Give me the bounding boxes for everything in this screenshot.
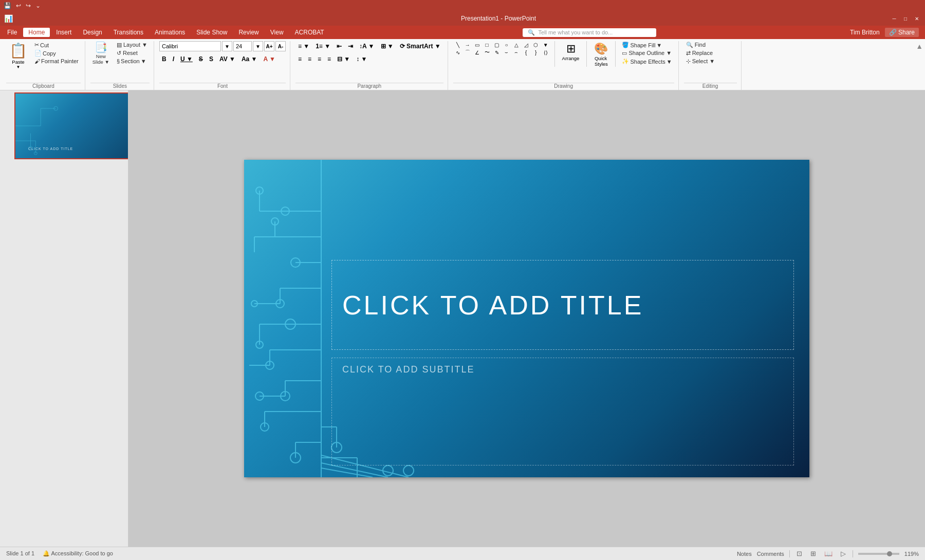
- shape-more[interactable]: ▼: [541, 41, 550, 48]
- justify-button[interactable]: ≡: [325, 54, 334, 64]
- arrange-button[interactable]: ⊞ Arrange: [559, 41, 583, 62]
- title-text: CLICK TO ADD TITLE: [342, 290, 643, 321]
- menu-design[interactable]: Design: [78, 28, 107, 37]
- menu-slideshow[interactable]: Slide Show: [191, 28, 232, 37]
- title-placeholder[interactable]: CLICK TO ADD TITLE: [331, 260, 794, 350]
- new-slide-button[interactable]: 📑 NewSlide ▼: [90, 41, 112, 66]
- menu-transitions[interactable]: Transitions: [108, 28, 149, 37]
- menu-insert[interactable]: Insert: [51, 28, 77, 37]
- shape-round-rect[interactable]: ▢: [492, 41, 502, 48]
- reading-view-button[interactable]: 📖: [823, 549, 834, 558]
- font-size-dropdown[interactable]: ▼: [253, 41, 263, 51]
- numbering-button[interactable]: 1≡ ▼: [313, 41, 333, 51]
- menu-acrobat[interactable]: ACROBAT: [290, 28, 329, 37]
- subtitle-text: CLICK TO ADD SUBTITLE: [342, 364, 474, 375]
- minimize-button[interactable]: ─: [890, 14, 898, 23]
- font-name-dropdown[interactable]: ▼: [222, 41, 232, 51]
- char-spacing-button[interactable]: AV ▼: [217, 54, 238, 64]
- menu-animations[interactable]: Animations: [150, 28, 190, 37]
- menu-file[interactable]: File: [2, 28, 22, 37]
- italic-button[interactable]: I: [170, 54, 177, 64]
- cut-button[interactable]: ✂Cut: [32, 41, 81, 49]
- shape-s3[interactable]: {: [522, 49, 531, 56]
- quick-styles-button[interactable]: 🎨 QuickStyles: [591, 41, 611, 68]
- section-button[interactable]: § Section ▼: [115, 58, 150, 65]
- redo-button[interactable]: ↪: [24, 2, 32, 9]
- shape-rtriangle[interactable]: ◿: [522, 41, 531, 48]
- font-name-input[interactable]: [159, 41, 221, 51]
- align-center-button[interactable]: ≡: [305, 54, 314, 64]
- align-text-button[interactable]: ⊞ ▼: [378, 41, 396, 51]
- comments-button[interactable]: Comments: [757, 551, 784, 557]
- shape-rect2[interactable]: □: [483, 41, 492, 48]
- paste-button[interactable]: 📋 Paste ▼: [6, 41, 30, 70]
- menu-home[interactable]: Home: [23, 28, 50, 37]
- slideshow-button[interactable]: ▷: [839, 549, 847, 558]
- collapse-ribbon-button[interactable]: ▲: [916, 42, 923, 50]
- bold-button[interactable]: B: [159, 54, 169, 64]
- ribbon-group-clipboard: 📋 Paste ▼ ✂Cut 📄Copy 🖌Format Painter Cli…: [2, 41, 85, 90]
- copy-button[interactable]: 📄Copy: [32, 49, 81, 57]
- align-left-button[interactable]: ≡: [295, 54, 304, 64]
- search-bar[interactable]: Tell me what you want to do...: [538, 29, 613, 35]
- customize-qat-button[interactable]: ⌄: [34, 2, 42, 9]
- layout-button[interactable]: ▤ Layout ▼: [115, 41, 150, 49]
- smartart-button[interactable]: ⟳ SmartArt ▼: [397, 41, 443, 51]
- undo-button[interactable]: ↩: [14, 2, 23, 9]
- accessibility-check: 🔔 Accessibility: Good to go: [43, 550, 113, 557]
- bullets-button[interactable]: ≡ ▼: [295, 41, 312, 51]
- zoom-slider[interactable]: [858, 553, 899, 555]
- shape-s1[interactable]: ⌣: [502, 49, 511, 56]
- maximize-button[interactable]: □: [901, 14, 910, 23]
- align-right-button[interactable]: ≡: [315, 54, 324, 64]
- save-button[interactable]: 💾: [2, 2, 13, 9]
- shape-line[interactable]: ╲: [453, 41, 462, 48]
- shape-fill-button[interactable]: 🪣 Shape Fill ▼: [620, 41, 674, 49]
- menu-view[interactable]: View: [265, 28, 289, 37]
- slide-sorter-button[interactable]: ⊞: [809, 549, 818, 558]
- decrease-indent-button[interactable]: ⇤: [334, 41, 344, 51]
- shape-free[interactable]: ✎: [492, 49, 502, 56]
- underline-button[interactable]: U ▼: [178, 54, 195, 64]
- shape-s4[interactable]: }: [531, 49, 541, 56]
- slide-thumbnail-1[interactable]: CLICK TO ADD TITLE: [14, 92, 128, 159]
- shape-s5[interactable]: ⟨⟩: [541, 49, 550, 56]
- reset-button[interactable]: ↺ Reset: [115, 49, 150, 57]
- main-content: 1: [0, 90, 925, 547]
- subtitle-placeholder[interactable]: CLICK TO ADD SUBTITLE: [331, 358, 794, 465]
- shadow-button[interactable]: S: [207, 54, 216, 64]
- shape-hex[interactable]: ⬡: [531, 41, 541, 48]
- normal-view-button[interactable]: ⊡: [795, 549, 804, 558]
- zoom-level: 119%: [904, 551, 919, 557]
- shape-connector[interactable]: ⌒: [463, 49, 472, 56]
- notes-button[interactable]: Notes: [737, 551, 752, 557]
- font-size-input[interactable]: [233, 41, 252, 51]
- shape-curve[interactable]: ∿: [453, 49, 462, 56]
- format-painter-button[interactable]: 🖌Format Painter: [32, 58, 81, 65]
- increase-font-button[interactable]: A+: [264, 41, 274, 51]
- share-button[interactable]: 🔗 Share: [885, 28, 919, 37]
- shape-s2[interactable]: ⌢: [512, 49, 521, 56]
- shape-rect[interactable]: ▭: [473, 41, 482, 48]
- shape-wave[interactable]: 〜: [483, 49, 492, 56]
- shape-effects-button[interactable]: ✨ Shape Effects ▼: [620, 58, 674, 65]
- shape-arrow[interactable]: →: [463, 41, 472, 48]
- shape-triangle[interactable]: △: [512, 41, 521, 48]
- find-button[interactable]: 🔍 Find: [684, 41, 717, 49]
- font-case-button[interactable]: Aa ▼: [239, 54, 260, 64]
- text-direction-button[interactable]: ↕A ▼: [357, 41, 377, 51]
- menu-review[interactable]: Review: [233, 28, 264, 37]
- font-color-button[interactable]: A ▼: [261, 54, 278, 64]
- slide-canvas[interactable]: CLICK TO ADD TITLE CLICK TO ADD SUBTITLE: [244, 160, 809, 477]
- close-button[interactable]: ✕: [913, 14, 921, 23]
- line-spacing-button[interactable]: ↕ ▼: [354, 54, 369, 64]
- strikethrough-button[interactable]: S: [196, 54, 206, 64]
- shape-angle[interactable]: ∠: [473, 49, 482, 56]
- increase-indent-button[interactable]: ⇥: [345, 41, 356, 51]
- shape-outline-button[interactable]: ▭ Shape Outline ▼: [620, 49, 674, 57]
- replace-button[interactable]: ⇄ Replace: [684, 49, 717, 57]
- shape-oval[interactable]: ○: [502, 41, 511, 48]
- select-button[interactable]: ⊹ Select ▼: [684, 58, 717, 65]
- columns-button[interactable]: ⊟ ▼: [335, 54, 353, 64]
- decrease-font-button[interactable]: A-: [275, 41, 286, 51]
